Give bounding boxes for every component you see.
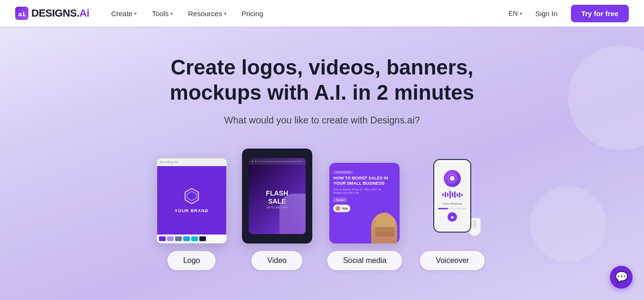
- voiceover-card-image: Voice Branding ▶: [417, 149, 487, 244]
- swatch-slate: [175, 236, 182, 241]
- social-media-card-image: YOUR BRAND HOW TO BOOST SALES IN YOUR SM…: [329, 163, 400, 244]
- logo-text: DESIGNS.Ai: [31, 7, 89, 19]
- swatch-blue: [183, 236, 190, 241]
- sign-in-button[interactable]: Sign In: [530, 6, 563, 21]
- voiceover-card[interactable]: Voice Branding ▶: [417, 149, 487, 270]
- phone-play-circle: [444, 170, 461, 187]
- nav-links: Create ▾ Tools ▾ Resources ▾ Pricing: [104, 6, 508, 21]
- voiceover-label: Voice Branding: [443, 202, 462, 205]
- swatch-purple: [159, 236, 166, 241]
- resources-chevron-icon: ▾: [224, 11, 226, 16]
- video-person-silhouette: [280, 194, 306, 234]
- logo-icon: ai: [15, 7, 28, 20]
- video-card-image: FLASHSALE UP TO 30% OFF: [242, 149, 312, 244]
- navbar: ai DESIGNS.Ai Create ▾ Tools ▾ Resources…: [0, 0, 644, 27]
- waveform: [442, 190, 463, 199]
- progress-bar: [438, 208, 467, 209]
- video-card-label: Video: [252, 251, 302, 270]
- logo-card-image: Branding Kit YOUR BRAND: [157, 158, 227, 244]
- play-button: ▶: [448, 212, 457, 222]
- svg-text:ai: ai: [18, 10, 26, 18]
- logo-card-label: Logo: [168, 251, 216, 270]
- logo-mockup-header: Branding Kit: [157, 159, 226, 166]
- logo-mockup-main: YOUR BRAND: [157, 166, 226, 234]
- brand-logo[interactable]: ai DESIGNS.Ai: [15, 7, 89, 20]
- nav-resources[interactable]: Resources ▾: [181, 6, 233, 21]
- swatch-light-purple: [167, 236, 174, 241]
- tools-chevron-icon: ▾: [170, 11, 173, 16]
- hero-subtitle: What would you like to create with Desig…: [224, 115, 420, 126]
- social-media-card[interactable]: YOUR BRAND HOW TO BOOST SALES IN YOUR SM…: [327, 163, 402, 270]
- phone-device: Voice Branding ▶: [433, 159, 471, 233]
- hero-title: Create logos, videos, banners, mockups w…: [132, 55, 512, 105]
- product-cards: Branding Kit YOUR BRAND: [157, 149, 488, 270]
- video-card[interactable]: FLASHSALE UP TO 30% OFF Video: [242, 149, 312, 270]
- logo-brand-text: YOUR BRAND: [175, 208, 208, 213]
- lang-chevron-icon: ▾: [520, 11, 522, 16]
- chat-button[interactable]: 💬: [610, 266, 633, 289]
- logo-card[interactable]: Branding Kit YOUR BRAND: [157, 158, 227, 270]
- svg-marker-3: [187, 191, 196, 201]
- logo-hex-icon: [183, 188, 200, 205]
- chat-icon: 💬: [615, 271, 628, 283]
- music-icon: [448, 174, 457, 183]
- nav-right: EN ▾ Sign In Try for free: [508, 5, 629, 22]
- video-inner: FLASHSALE UP TO 30% OFF: [249, 158, 306, 234]
- social-face: [365, 201, 400, 244]
- nav-pricing[interactable]: Pricing: [235, 6, 270, 21]
- social-title: HOW TO BOOST SALES IN YOUR SMALL BUSINES…: [333, 176, 396, 187]
- nav-tools[interactable]: Tools ▾: [145, 6, 179, 21]
- logo-color-swatches: [157, 234, 226, 243]
- swatch-cyan: [191, 236, 198, 241]
- language-selector[interactable]: EN ▾: [508, 9, 522, 17]
- svg-point-5: [450, 176, 455, 181]
- social-speaker-info: Abby: [333, 205, 350, 212]
- hero-section: Create logos, videos, banners, mockups w…: [0, 27, 644, 300]
- try-free-button[interactable]: Try for free: [571, 5, 629, 22]
- create-chevron-icon: ▾: [134, 11, 137, 16]
- swatch-dark: [199, 236, 206, 241]
- voiceover-card-label: Voiceover: [420, 251, 485, 270]
- nav-create[interactable]: Create ▾: [104, 6, 143, 21]
- social-card-label: Social media: [327, 251, 402, 270]
